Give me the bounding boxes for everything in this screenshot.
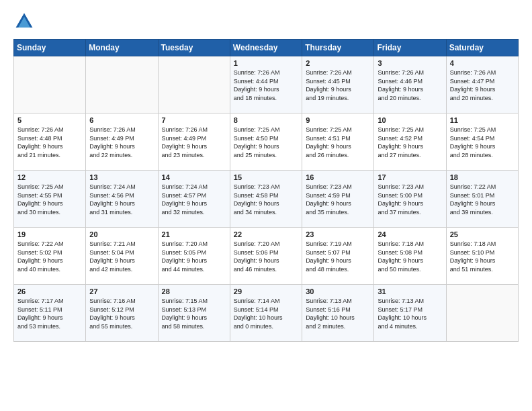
calendar-cell: 7Sunrise: 7:26 AM Sunset: 4:49 PM Daylig… bbox=[158, 113, 230, 171]
day-number: 24 bbox=[378, 230, 442, 238]
calendar-cell: 9Sunrise: 7:25 AM Sunset: 4:51 PM Daylig… bbox=[302, 113, 374, 171]
day-number: 21 bbox=[162, 230, 226, 238]
day-info: Sunrise: 7:17 AM Sunset: 5:11 PM Dayligh… bbox=[17, 297, 82, 330]
day-info: Sunrise: 7:23 AM Sunset: 4:59 PM Dayligh… bbox=[306, 183, 370, 216]
calendar-cell bbox=[14, 56, 86, 113]
weekday-header-tuesday: Tuesday bbox=[158, 40, 230, 56]
day-info: Sunrise: 7:26 AM Sunset: 4:49 PM Dayligh… bbox=[89, 126, 154, 159]
weekday-header-saturday: Saturday bbox=[446, 40, 518, 56]
day-number: 12 bbox=[17, 173, 82, 181]
calendar-cell: 6Sunrise: 7:26 AM Sunset: 4:49 PM Daylig… bbox=[86, 113, 158, 171]
calendar-body: 1Sunrise: 7:26 AM Sunset: 4:44 PM Daylig… bbox=[14, 56, 519, 342]
calendar-cell: 26Sunrise: 7:17 AM Sunset: 5:11 PM Dayli… bbox=[14, 285, 86, 342]
calendar-cell: 21Sunrise: 7:20 AM Sunset: 5:05 PM Dayli… bbox=[158, 228, 230, 285]
page: SundayMondayTuesdayWednesdayThursdayFrid… bbox=[0, 0, 532, 353]
day-number: 8 bbox=[234, 116, 298, 124]
calendar-header: SundayMondayTuesdayWednesdayThursdayFrid… bbox=[14, 40, 519, 56]
weekday-header-row: SundayMondayTuesdayWednesdayThursdayFrid… bbox=[14, 40, 519, 56]
day-info: Sunrise: 7:24 AM Sunset: 4:56 PM Dayligh… bbox=[89, 183, 154, 216]
calendar-cell: 29Sunrise: 7:14 AM Sunset: 5:14 PM Dayli… bbox=[230, 285, 302, 342]
calendar-cell: 4Sunrise: 7:26 AM Sunset: 4:47 PM Daylig… bbox=[446, 56, 518, 113]
calendar-cell: 27Sunrise: 7:16 AM Sunset: 5:12 PM Dayli… bbox=[86, 285, 158, 342]
day-number: 31 bbox=[378, 287, 442, 295]
calendar-cell: 16Sunrise: 7:23 AM Sunset: 4:59 PM Dayli… bbox=[302, 171, 374, 228]
day-number: 17 bbox=[378, 173, 442, 181]
day-number: 4 bbox=[450, 59, 515, 67]
day-number: 6 bbox=[89, 116, 154, 124]
calendar-table: SundayMondayTuesdayWednesdayThursdayFrid… bbox=[13, 39, 519, 342]
day-info: Sunrise: 7:14 AM Sunset: 5:14 PM Dayligh… bbox=[234, 297, 298, 330]
day-number: 14 bbox=[162, 173, 226, 181]
day-info: Sunrise: 7:26 AM Sunset: 4:47 PM Dayligh… bbox=[450, 68, 515, 102]
day-number: 10 bbox=[378, 116, 442, 124]
day-info: Sunrise: 7:23 AM Sunset: 4:58 PM Dayligh… bbox=[234, 183, 298, 216]
day-number: 19 bbox=[17, 230, 82, 238]
calendar-cell bbox=[446, 285, 518, 342]
day-info: Sunrise: 7:21 AM Sunset: 5:04 PM Dayligh… bbox=[89, 240, 154, 273]
day-number: 23 bbox=[306, 230, 370, 238]
calendar-cell: 22Sunrise: 7:20 AM Sunset: 5:06 PM Dayli… bbox=[230, 228, 302, 285]
calendar-cell: 10Sunrise: 7:25 AM Sunset: 4:52 PM Dayli… bbox=[374, 113, 446, 171]
calendar-cell: 8Sunrise: 7:25 AM Sunset: 4:50 PM Daylig… bbox=[230, 113, 302, 171]
calendar-cell: 12Sunrise: 7:25 AM Sunset: 4:55 PM Dayli… bbox=[14, 171, 86, 228]
day-info: Sunrise: 7:15 AM Sunset: 5:13 PM Dayligh… bbox=[162, 297, 226, 330]
calendar-cell: 25Sunrise: 7:18 AM Sunset: 5:10 PM Dayli… bbox=[446, 228, 518, 285]
calendar-cell: 3Sunrise: 7:26 AM Sunset: 4:46 PM Daylig… bbox=[374, 56, 446, 113]
logo bbox=[13, 11, 38, 32]
calendar-cell: 2Sunrise: 7:26 AM Sunset: 4:45 PM Daylig… bbox=[302, 56, 374, 113]
day-number: 28 bbox=[162, 287, 226, 295]
day-number: 11 bbox=[450, 116, 515, 124]
day-info: Sunrise: 7:19 AM Sunset: 5:07 PM Dayligh… bbox=[306, 240, 370, 273]
calendar-cell: 28Sunrise: 7:15 AM Sunset: 5:13 PM Dayli… bbox=[158, 285, 230, 342]
day-info: Sunrise: 7:25 AM Sunset: 4:52 PM Dayligh… bbox=[378, 126, 442, 159]
calendar-cell: 31Sunrise: 7:13 AM Sunset: 5:17 PM Dayli… bbox=[374, 285, 446, 342]
day-info: Sunrise: 7:25 AM Sunset: 4:50 PM Dayligh… bbox=[234, 126, 298, 159]
day-number: 5 bbox=[17, 116, 82, 124]
day-info: Sunrise: 7:16 AM Sunset: 5:12 PM Dayligh… bbox=[89, 297, 154, 330]
calendar-cell: 15Sunrise: 7:23 AM Sunset: 4:58 PM Dayli… bbox=[230, 171, 302, 228]
logo-icon bbox=[13, 11, 35, 32]
day-number: 15 bbox=[234, 173, 298, 181]
day-number: 29 bbox=[234, 287, 298, 295]
weekday-header-friday: Friday bbox=[374, 40, 446, 56]
calendar-cell: 14Sunrise: 7:24 AM Sunset: 4:57 PM Dayli… bbox=[158, 171, 230, 228]
day-info: Sunrise: 7:25 AM Sunset: 4:51 PM Dayligh… bbox=[306, 126, 370, 159]
day-info: Sunrise: 7:13 AM Sunset: 5:17 PM Dayligh… bbox=[378, 297, 442, 330]
calendar-cell: 30Sunrise: 7:13 AM Sunset: 5:16 PM Dayli… bbox=[302, 285, 374, 342]
day-info: Sunrise: 7:20 AM Sunset: 5:06 PM Dayligh… bbox=[234, 240, 298, 273]
day-number: 20 bbox=[89, 230, 154, 238]
calendar-cell: 13Sunrise: 7:24 AM Sunset: 4:56 PM Dayli… bbox=[86, 171, 158, 228]
day-number: 3 bbox=[378, 59, 442, 67]
day-info: Sunrise: 7:18 AM Sunset: 5:10 PM Dayligh… bbox=[450, 240, 515, 273]
day-number: 2 bbox=[306, 59, 370, 67]
day-info: Sunrise: 7:24 AM Sunset: 4:57 PM Dayligh… bbox=[162, 183, 226, 216]
day-number: 30 bbox=[306, 287, 370, 295]
calendar-cell bbox=[158, 56, 230, 113]
day-info: Sunrise: 7:23 AM Sunset: 5:00 PM Dayligh… bbox=[378, 183, 442, 216]
week-row-1: 1Sunrise: 7:26 AM Sunset: 4:44 PM Daylig… bbox=[14, 56, 519, 113]
calendar-cell: 1Sunrise: 7:26 AM Sunset: 4:44 PM Daylig… bbox=[230, 56, 302, 113]
day-info: Sunrise: 7:26 AM Sunset: 4:48 PM Dayligh… bbox=[17, 126, 82, 159]
weekday-header-monday: Monday bbox=[86, 40, 158, 56]
calendar-cell: 11Sunrise: 7:25 AM Sunset: 4:54 PM Dayli… bbox=[446, 113, 518, 171]
day-info: Sunrise: 7:26 AM Sunset: 4:49 PM Dayligh… bbox=[162, 126, 226, 159]
day-info: Sunrise: 7:20 AM Sunset: 5:05 PM Dayligh… bbox=[162, 240, 226, 273]
day-number: 26 bbox=[17, 287, 82, 295]
calendar-cell: 24Sunrise: 7:18 AM Sunset: 5:08 PM Dayli… bbox=[374, 228, 446, 285]
weekday-header-sunday: Sunday bbox=[14, 40, 86, 56]
day-number: 7 bbox=[162, 116, 226, 124]
week-row-3: 12Sunrise: 7:25 AM Sunset: 4:55 PM Dayli… bbox=[14, 171, 519, 228]
day-info: Sunrise: 7:25 AM Sunset: 4:54 PM Dayligh… bbox=[450, 126, 515, 159]
day-info: Sunrise: 7:13 AM Sunset: 5:16 PM Dayligh… bbox=[306, 297, 370, 330]
header bbox=[13, 11, 519, 32]
day-number: 13 bbox=[89, 173, 154, 181]
calendar-cell: 17Sunrise: 7:23 AM Sunset: 5:00 PM Dayli… bbox=[374, 171, 446, 228]
calendar-cell bbox=[86, 56, 158, 113]
weekday-header-wednesday: Wednesday bbox=[230, 40, 302, 56]
calendar-cell: 19Sunrise: 7:22 AM Sunset: 5:02 PM Dayli… bbox=[14, 228, 86, 285]
day-number: 1 bbox=[234, 59, 298, 67]
day-number: 16 bbox=[306, 173, 370, 181]
week-row-2: 5Sunrise: 7:26 AM Sunset: 4:48 PM Daylig… bbox=[14, 113, 519, 171]
day-number: 18 bbox=[450, 173, 515, 181]
day-info: Sunrise: 7:26 AM Sunset: 4:45 PM Dayligh… bbox=[306, 68, 370, 102]
